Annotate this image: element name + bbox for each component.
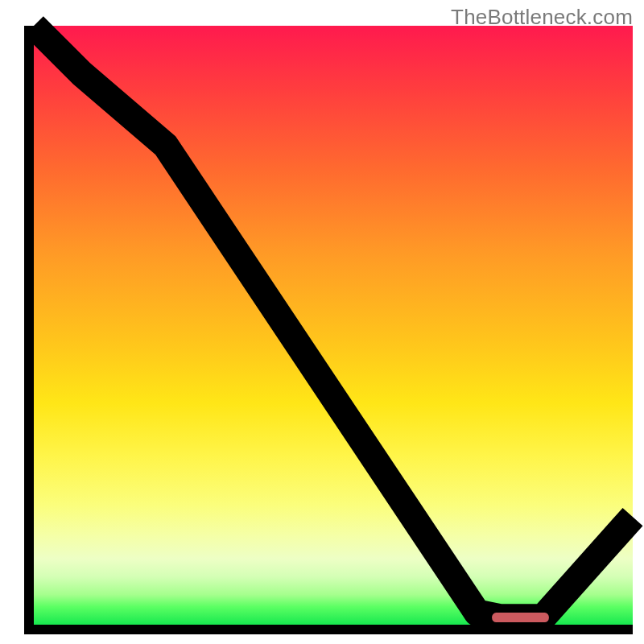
chart-svg — [34, 26, 633, 625]
chart-stage: TheBottleneck.com — [0, 0, 644, 644]
minimum-marker — [492, 613, 549, 622]
curve-line — [34, 26, 633, 617]
plot-area — [24, 26, 633, 634]
